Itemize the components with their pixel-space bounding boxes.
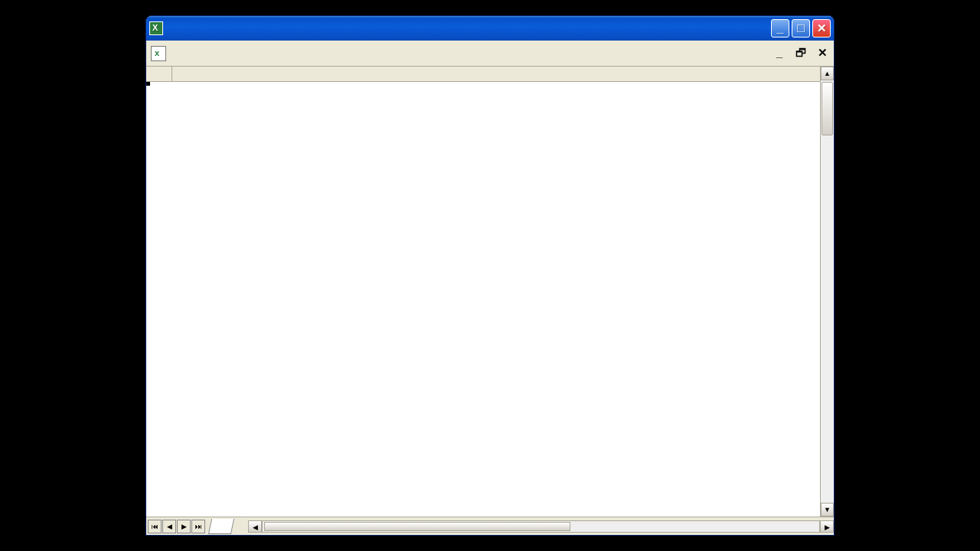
document-icon[interactable]	[151, 46, 166, 61]
sheet-tab-action-plan[interactable]	[208, 519, 234, 534]
hscroll-thumb[interactable]	[264, 522, 570, 531]
scroll-thumb[interactable]	[822, 82, 833, 135]
tab-last-button[interactable]: ⏭	[191, 520, 205, 533]
horizontal-scrollbar[interactable]: ◀ ▶	[248, 517, 834, 535]
scroll-down-button[interactable]: ▼	[821, 503, 834, 517]
excel-icon	[149, 21, 163, 35]
vertical-scrollbar[interactable]: ▲ ▼	[820, 67, 834, 517]
mdi-restore-button[interactable]: 🗗	[794, 47, 808, 60]
scroll-right-button[interactable]: ▶	[820, 520, 834, 533]
maximize-button[interactable]: □	[792, 19, 810, 37]
mdi-close-button[interactable]: ✕	[815, 47, 829, 60]
tab-next-button[interactable]: ▶	[177, 520, 191, 533]
menubar: _ 🗗 ✕	[146, 41, 834, 67]
spreadsheet-cells[interactable]	[146, 82, 820, 517]
mdi-minimize-button[interactable]: _	[773, 47, 786, 60]
minimize-button[interactable]: _	[771, 19, 789, 37]
tab-prev-button[interactable]: ◀	[162, 520, 176, 533]
scroll-left-button[interactable]: ◀	[248, 520, 262, 533]
hscroll-track[interactable]	[262, 520, 820, 533]
tab-first-button[interactable]: ⏮	[148, 520, 162, 533]
active-cell-indicator	[146, 82, 149, 85]
bottom-bar: ⏮ ◀ ▶ ⏭ ◀ ▶	[146, 517, 834, 535]
app-window: _ □ ✕ _ 🗗 ✕	[145, 15, 835, 536]
close-button[interactable]: ✕	[812, 19, 831, 37]
scroll-up-button[interactable]: ▲	[821, 67, 834, 80]
select-all-corner[interactable]	[146, 67, 172, 82]
workspace: ▲ ▼	[146, 67, 834, 517]
column-headers	[146, 67, 820, 82]
scroll-track[interactable]	[821, 80, 834, 503]
titlebar[interactable]: _ □ ✕	[146, 16, 834, 41]
